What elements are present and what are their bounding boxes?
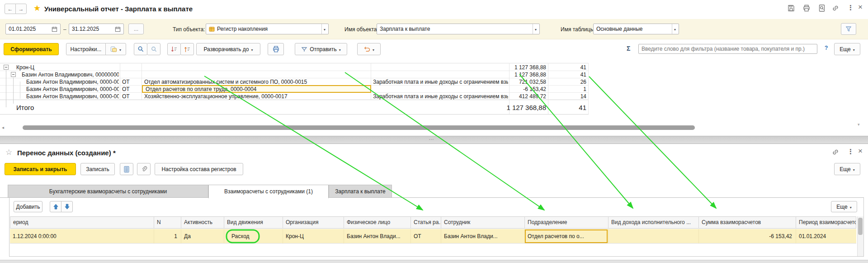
report-cell-amount[interactable]: 721 032,58: [493, 78, 546, 86]
favorite-star-outline-icon[interactable]: ☆: [5, 148, 12, 157]
transfer-more-button[interactable]: Еще: [834, 163, 860, 175]
report-cell-article[interactable]: ОТ: [122, 78, 141, 86]
column-header-person[interactable]: Физическое лицо: [344, 216, 410, 229]
cell-article[interactable]: ОТ: [410, 229, 441, 244]
move-down-button[interactable]: [61, 201, 73, 212]
horizontal-scrollbar[interactable]: [23, 125, 695, 130]
report-cell-count[interactable]: 14: [549, 93, 586, 100]
find-button[interactable]: [134, 43, 147, 55]
tab-salary-payable[interactable]: Зарплата к выплате: [329, 185, 392, 197]
report-cell-count[interactable]: 26: [549, 78, 586, 86]
report-variants-button[interactable]: [105, 43, 126, 55]
report-cell-department[interactable]: Отдел автоматизированных систем и систем…: [144, 78, 369, 86]
link-icon[interactable]: [831, 148, 840, 156]
report-cell-amount[interactable]: 1 127 368,88: [493, 71, 546, 78]
vertical-scrollbar-thumb[interactable]: [858, 218, 863, 235]
quick-filter-input[interactable]: [638, 44, 817, 54]
cell-organization[interactable]: Крон-Ц: [283, 229, 344, 244]
table-name-combobox[interactable]: Основные данные: [593, 24, 679, 34]
column-header-period[interactable]: ериод: [10, 216, 154, 229]
cell-n[interactable]: 1: [154, 229, 181, 244]
report-cell-count[interactable]: 1: [549, 86, 586, 93]
save-button[interactable]: Записать: [80, 163, 115, 175]
add-row-button[interactable]: Добавить: [14, 201, 42, 212]
cell-amount[interactable]: -6 153,42: [698, 229, 796, 244]
report-cell-income-kind[interactable]: [373, 86, 508, 93]
calendar-icon[interactable]: [52, 26, 57, 32]
cancel-search-button[interactable]: [147, 43, 160, 55]
column-header-active[interactable]: Активность: [181, 216, 224, 229]
cell-period[interactable]: 1.12.2024 0:00:00: [10, 229, 154, 244]
column-header-n[interactable]: N: [154, 216, 181, 229]
column-header-amount[interactable]: Сумма взаиморасчетов: [698, 216, 796, 229]
report-more-button[interactable]: Еще: [834, 43, 860, 55]
cell-movement[interactable]: Расход: [224, 229, 283, 244]
generate-button[interactable]: Сформировать: [4, 43, 59, 55]
tab-settlements-active[interactable]: Взаиморасчеты с сотрудниками (1): [208, 185, 329, 198]
help-button[interactable]: ?: [825, 45, 828, 51]
column-header-article[interactable]: Статья ра...: [410, 216, 441, 229]
cell-department-selected[interactable]: Отдел расчетов по о...: [524, 229, 608, 244]
cell-employee[interactable]: Базин Антон Влади...: [441, 229, 524, 244]
splitter-handle-icon[interactable]: …: [429, 135, 435, 141]
favorite-star-icon[interactable]: ★: [33, 3, 41, 13]
filter-settings-button[interactable]: [841, 23, 856, 35]
column-header-income-kind[interactable]: Вид дохода исполнительного ...: [608, 216, 698, 229]
calendar-icon[interactable]: [115, 26, 121, 32]
column-header-department[interactable]: Подразделение: [524, 216, 608, 229]
grid-more-button[interactable]: Еще: [831, 201, 857, 212]
object-name-combobox[interactable]: Зарплата к выплате: [377, 24, 540, 34]
report-cell-employee[interactable]: Базин Антон Владимирович, 0000-00013: [26, 86, 119, 93]
print-report-button[interactable]: [268, 43, 284, 55]
register-settings-button[interactable]: Настройка состава регистров: [155, 163, 243, 175]
report-cell-amount[interactable]: 412 489,72: [493, 93, 546, 100]
date-to-input[interactable]: 31.12.2025: [69, 24, 124, 34]
report-cell-employee[interactable]: Базин Антон Владимирович, 0000-00013: [26, 78, 119, 86]
report-cell-amount[interactable]: 1 127 368,88: [493, 64, 546, 71]
sum-sigma-icon[interactable]: Σ: [627, 45, 630, 52]
report-cell-amount[interactable]: -6 153,42: [493, 86, 546, 93]
report-cell-department[interactable]: Хозяйственно-эксплуатационное управление…: [144, 93, 369, 100]
expand-rows-button[interactable]: [180, 43, 194, 55]
report-cell-count[interactable]: 41: [549, 64, 586, 71]
object-type-combobox[interactable]: Регистр накопления: [206, 24, 329, 34]
scroll-left-icon[interactable]: ◂: [2, 125, 4, 130]
tree-collapse-box[interactable]: [11, 72, 16, 77]
date-from-input[interactable]: 01.01.2025: [5, 24, 61, 34]
preview-icon[interactable]: [818, 4, 826, 12]
more-menu-icon[interactable]: [847, 148, 854, 156]
attachments-button[interactable]: [137, 163, 151, 175]
print-icon[interactable]: [802, 4, 811, 12]
save-icon[interactable]: [787, 4, 795, 12]
column-header-settlement-period[interactable]: Период взаиморасчетов: [796, 216, 856, 229]
window-splitter[interactable]: …: [0, 136, 868, 144]
cell-income-kind[interactable]: [608, 229, 698, 244]
report-cell-article[interactable]: ОТ: [122, 93, 141, 100]
report-cell-article[interactable]: ОТ: [122, 86, 141, 93]
cell-settlement-period[interactable]: 01.01.2024: [796, 229, 856, 244]
scroll-down-icon[interactable]: ▾: [858, 122, 860, 127]
report-cell-department-selected[interactable]: Отдел расчетов по оплате труда, 0000-000…: [146, 86, 369, 93]
move-up-button[interactable]: [50, 201, 61, 212]
settings-button[interactable]: Настройки...: [66, 43, 106, 55]
send-button[interactable]: Отправить: [295, 43, 347, 55]
column-header-employee[interactable]: Сотрудник: [441, 216, 524, 229]
chevron-down-icon[interactable]: [535, 26, 537, 32]
nav-back-button[interactable]: ←: [5, 4, 16, 14]
report-cell-income-kind[interactable]: Заработная плата и иные доходы с огранич…: [373, 93, 508, 100]
close-icon[interactable]: [858, 3, 863, 12]
report-cell-count[interactable]: 41: [549, 71, 586, 78]
report-cell-income-kind[interactable]: Заработная плата и иные доходы с огранич…: [373, 78, 508, 86]
save-and-close-button[interactable]: Записать и закрыть: [5, 163, 76, 175]
link-icon[interactable]: [831, 4, 840, 12]
report-cell-employee[interactable]: Базин Антон Владимирович, 0000000016: [22, 71, 119, 78]
report-cell-organization[interactable]: Крон-Ц: [16, 64, 116, 71]
chevron-down-icon[interactable]: [674, 26, 676, 32]
tree-collapse-box[interactable]: [4, 65, 9, 70]
register-records-button[interactable]: [120, 163, 133, 175]
cell-active[interactable]: Да: [181, 229, 224, 244]
period-more-button[interactable]: ...: [128, 24, 144, 34]
report-cell-employee[interactable]: Базин Антон Владимирович, 0000-00013: [26, 93, 119, 100]
nav-forward-button[interactable]: →: [15, 4, 27, 14]
chevron-down-icon[interactable]: [324, 26, 326, 32]
